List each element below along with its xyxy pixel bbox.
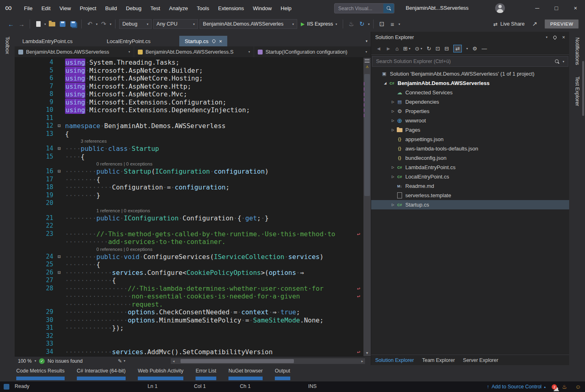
- menu-analyze[interactable]: Analyze: [165, 0, 192, 16]
- maximize-button[interactable]: □: [547, 0, 566, 16]
- status-character[interactable]: Ch 1: [240, 383, 250, 389]
- zoom-level-dropdown[interactable]: 100 %: [18, 358, 32, 364]
- menu-edit[interactable]: Edit: [37, 0, 55, 16]
- pin-tab-icon[interactable]: [211, 39, 216, 43]
- se-home-icon[interactable]: ⌂: [396, 46, 399, 52]
- tree-item-dependencies[interactable]: ▷Dependencies: [371, 97, 569, 107]
- minimize-button[interactable]: ─: [528, 0, 547, 16]
- tree-item-benjaminabt-demos-awsserverless[interactable]: ◢BenjaminAbt.Demos.AWSServerless: [371, 78, 569, 88]
- tree-item-appsettings-json[interactable]: appsettings.json: [371, 135, 569, 144]
- tree-item-pages[interactable]: ▷Pages: [371, 125, 569, 135]
- navigate-forward-icon[interactable]: →: [17, 19, 26, 29]
- user-avatar[interactable]: [495, 3, 505, 13]
- search-icon[interactable]: [383, 4, 394, 13]
- panel-tab-error-list[interactable]: Error List: [196, 365, 216, 380]
- se-search-options-icon[interactable]: ▾: [563, 60, 564, 63]
- preview-button[interactable]: PREVIEW: [545, 20, 578, 28]
- solution-configurations-dropdown[interactable]: Debug ▾: [119, 19, 152, 29]
- status-insert-mode[interactable]: INS: [308, 383, 317, 389]
- new-file-dropdown-icon[interactable]: ▾: [44, 22, 46, 26]
- menu-build[interactable]: Build: [101, 0, 122, 16]
- breadcrumb-project[interactable]: BenjaminAbt.Demos.AWSServerless▾: [15, 46, 134, 57]
- start-debugging-button[interactable]: ▶ IIS Express ▾: [299, 21, 339, 27]
- menu-view[interactable]: View: [55, 0, 75, 16]
- expand-open-icon[interactable]: ◢: [382, 81, 388, 85]
- tree-item-localentrypoint-cs[interactable]: ▷LocalEntryPoint.cs: [371, 172, 569, 181]
- tree-item-properties[interactable]: ▷Properties: [371, 107, 569, 116]
- notifications-side-tab[interactable]: Notifications: [574, 37, 580, 65]
- auto-hide-pin-icon[interactable]: [552, 35, 557, 39]
- se-search-icon[interactable]: [555, 59, 559, 64]
- se-back-icon[interactable]: ◄: [376, 46, 381, 52]
- redo-dropdown-icon[interactable]: ▾: [110, 22, 111, 26]
- code-cleanup-icon[interactable]: ✎▾: [118, 358, 125, 364]
- window-position-dropdown-icon[interactable]: ▾: [546, 35, 548, 39]
- tree-item-connected-services[interactable]: Connected Services: [371, 88, 569, 97]
- editor-horizontal-scrollbar[interactable]: ◂ ▸: [171, 358, 365, 364]
- menu-project[interactable]: Project: [75, 0, 100, 16]
- list-members-icon[interactable]: ≡: [388, 19, 397, 29]
- expand-closed-icon[interactable]: ▷: [390, 109, 396, 113]
- solution-explorer-search-box[interactable]: Search Solution Explorer (Ctrl+ü) ▾: [372, 56, 568, 67]
- status-line[interactable]: Ln 1: [148, 383, 157, 389]
- expand-closed-icon[interactable]: ▷: [390, 119, 396, 122]
- code-editor[interactable]: 4using·System.Threading.Tasks;5using·Mic…: [15, 58, 371, 356]
- tool-tab-team-explorer[interactable]: Team Explorer: [418, 357, 459, 363]
- scroll-right-icon[interactable]: ▸: [359, 359, 365, 363]
- expand-closed-icon[interactable]: ▷: [390, 100, 396, 104]
- se-sync-dropdown-icon[interactable]: ▾: [466, 47, 468, 50]
- save-icon[interactable]: [58, 19, 67, 29]
- test-explorer-side-tab[interactable]: Test Explorer: [574, 76, 580, 106]
- close-button[interactable]: ×: [566, 0, 585, 16]
- expand-closed-icon[interactable]: ▷: [390, 203, 396, 207]
- status-column[interactable]: Col 1: [194, 383, 206, 389]
- fold-collapse-icon[interactable]: ⊟: [53, 122, 65, 130]
- zoom-dropdown-icon[interactable]: ▾: [35, 359, 36, 363]
- solution-platforms-dropdown[interactable]: Any CPU ▾: [153, 19, 198, 29]
- codelens-indicator[interactable]: 3 references: [81, 138, 363, 145]
- codelens-indicator[interactable]: 1 reference | 0 exceptions: [96, 207, 363, 214]
- se-collapse-all-icon[interactable]: ⊟: [444, 46, 449, 52]
- se-forward-icon[interactable]: ►: [386, 46, 391, 52]
- tree-item-startup-cs[interactable]: ▷Startup.cs: [371, 200, 569, 209]
- panel-tab-web-publish-activity[interactable]: Web Publish Activity: [138, 365, 183, 380]
- new-file-icon[interactable]: [34, 19, 43, 29]
- fold-collapse-icon[interactable]: ⊟: [53, 145, 65, 153]
- expand-closed-icon[interactable]: ▷: [390, 166, 396, 169]
- navigate-back-icon[interactable]: ←: [7, 19, 15, 29]
- se-properties-icon[interactable]: ⚙: [472, 46, 477, 52]
- breadcrumb-class[interactable]: BenjaminAbt.Demos.AWSServerless.S▾: [134, 46, 254, 57]
- menu-debug[interactable]: Debug: [122, 0, 146, 16]
- tree-item-lambdaentrypoint-cs[interactable]: ▷LambdaEntryPoint.cs: [371, 163, 569, 172]
- codelens-indicator[interactable]: 0 references | 0 exceptions: [96, 161, 363, 168]
- se-preview-selected-icon[interactable]: —: [482, 46, 487, 52]
- scroll-down-icon[interactable]: ▼: [363, 351, 371, 355]
- performance-flame-icon[interactable]: ♨: [562, 383, 567, 390]
- panel-tab-code-metrics-results[interactable]: Code Metrics Results: [16, 365, 65, 380]
- startup-project-dropdown[interactable]: BenjaminAbt.Demos.AWSServerles ▾: [200, 19, 297, 29]
- horizontal-scrollbar-thumb[interactable]: [181, 359, 294, 363]
- close-panel-icon[interactable]: ×: [562, 35, 565, 40]
- editor-tab-lambdaentrypoint-cs[interactable]: LambdaEntryPoint.cs: [17, 36, 78, 46]
- tree-item-wwwroot[interactable]: ▷wwwroot: [371, 116, 569, 125]
- scroll-left-icon[interactable]: ◂: [171, 359, 176, 363]
- warning-marker-icon[interactable]: ⚠: [363, 64, 371, 69]
- tree-item-serverless-template[interactable]: serverless.template: [371, 191, 569, 200]
- menu-help[interactable]: Help: [276, 0, 296, 16]
- menu-test[interactable]: Test: [146, 0, 165, 16]
- editor-tab-localentrypoint-cs[interactable]: LocalEntryPoint.cs: [102, 36, 156, 46]
- status-layout-icon[interactable]: [4, 384, 9, 390]
- menu-tools[interactable]: Tools: [192, 0, 213, 16]
- tree-item-aws-lambda-tools-defaults-json[interactable]: aws-lambda-tools-defaults.json: [371, 144, 569, 153]
- tree-item-solution-benjaminabt-demos-awsserverless-1-of-1-project[interactable]: Solution 'BenjaminAbt.Demos.AWSServerles…: [371, 69, 569, 78]
- menu-window[interactable]: Window: [248, 0, 276, 16]
- tab-list-dropdown-icon[interactable]: ▾: [365, 39, 368, 43]
- list-members-dropdown-icon[interactable]: ▾: [398, 22, 400, 26]
- edge-scrollbar-thumb[interactable]: [582, 61, 584, 116]
- open-file-icon[interactable]: [48, 19, 57, 29]
- quick-launch-search-box[interactable]: Search Visual...: [334, 3, 394, 13]
- editor-splitter-grip[interactable]: [365, 59, 370, 63]
- tree-item-bundleconfig-json[interactable]: bundleconfig.json: [371, 153, 569, 163]
- codelens-indicator[interactable]: 0 references | 0 exceptions: [96, 246, 363, 253]
- breadcrumb-method[interactable]: Startup(IConfiguration configuration)▾: [254, 46, 371, 57]
